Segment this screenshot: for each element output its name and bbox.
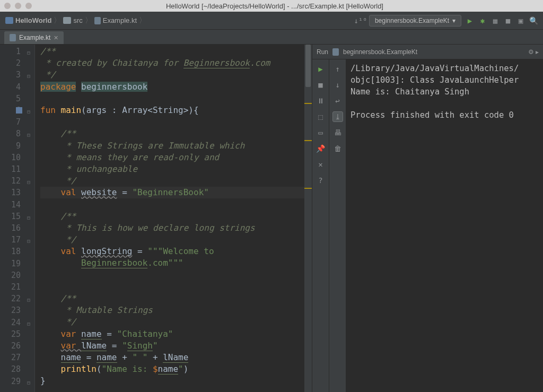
code-line[interactable]: val website = "BeginnersBook" [40, 187, 304, 198]
pin-icon[interactable]: 📌 [316, 143, 326, 154]
close-window-icon[interactable] [4, 3, 11, 9]
fold-icon[interactable]: ⊟ [27, 377, 30, 389]
code-line[interactable] [40, 116, 304, 128]
editor-scrollbar[interactable] [304, 45, 312, 392]
gutter-line[interactable]: 26 [0, 340, 34, 352]
run-button[interactable]: ▶ [466, 16, 474, 25]
code-line[interactable]: */ [40, 69, 304, 81]
code-line[interactable]: */ [40, 316, 304, 328]
code-line[interactable]: } [40, 375, 304, 387]
gutter-line[interactable]: 8⊟ [0, 128, 34, 140]
code-line[interactable]: * unchangeable [40, 163, 304, 175]
gutter-line[interactable]: 2 [0, 57, 34, 69]
gutter-line[interactable]: 18 [0, 246, 34, 257]
chevron-right-icon: 〉 [54, 16, 61, 25]
console-output[interactable]: /Library/Java/JavaVirtualMachines/ objc[… [346, 59, 543, 392]
gutter-line[interactable]: 1⊟ [0, 46, 34, 57]
project-structure-icon[interactable]: ▣ [516, 16, 525, 25]
warning-marker[interactable] [304, 140, 312, 141]
code-line[interactable]: println("Name is: $name") [40, 363, 304, 375]
breadcrumb-src[interactable]: src [63, 16, 82, 24]
debug-button[interactable]: ✱ [478, 16, 487, 25]
gutter-line[interactable]: 10 [0, 152, 34, 163]
code-line[interactable] [40, 281, 304, 293]
gutter-line[interactable]: 11 [0, 163, 34, 175]
warning-marker[interactable] [304, 188, 312, 189]
code-line[interactable] [40, 93, 304, 104]
dump-threads-icon[interactable]: ⬚ [316, 111, 326, 122]
gutter-line[interactable]: 15⊟ [0, 211, 34, 222]
code-line[interactable]: * created by Chaitanya for Beginnersbook… [40, 57, 304, 69]
soft-wrap-icon[interactable]: ↩ [332, 95, 343, 106]
gutter-line[interactable]: 22⊟ [0, 293, 34, 304]
code-line[interactable]: */ [40, 175, 304, 187]
code-line[interactable]: /** [40, 293, 304, 304]
toggle-binary-icon[interactable]: ↓¹⁰ [356, 16, 365, 25]
run-tool-window: Run beginnersbook.ExampleKt ⚙ ▸ ▶ ■ ⏸ ⬚ … [312, 45, 543, 392]
code-line[interactable]: /** [40, 211, 304, 222]
code-line[interactable]: * Mutable Strings [40, 304, 304, 316]
search-icon[interactable]: 🔍 [529, 16, 538, 25]
run-config-dropdown[interactable]: beginnersbook.ExampleKt ▾ [369, 15, 461, 27]
code-line[interactable]: fun main(args : Array<String>){ [40, 104, 304, 116]
code-line[interactable]: var lName = "Singh" [40, 340, 304, 352]
tab-example-kt[interactable]: Example.kt ✕ [4, 31, 64, 44]
gutter-line[interactable]: 13 [0, 187, 34, 198]
gutter-line[interactable]: 24⊟ [0, 317, 34, 328]
code-line[interactable] [40, 198, 304, 210]
scrollbar-thumb[interactable] [305, 45, 311, 87]
layout-icon[interactable]: ▭ [316, 127, 326, 138]
gutter-line[interactable]: 6⊟ [0, 104, 34, 116]
stop-button[interactable]: ■ [504, 16, 512, 25]
print-icon[interactable]: 🖶 [332, 127, 343, 138]
gutter-line[interactable]: 5 [0, 93, 34, 104]
gutter-line[interactable]: 9 [0, 140, 34, 152]
code-line[interactable]: package beginnersbook [40, 81, 304, 93]
gutter-line[interactable]: 29⊟ [0, 376, 34, 387]
code-line[interactable]: /** [40, 128, 304, 140]
minimize-window-icon[interactable] [15, 3, 21, 9]
code-line[interactable]: * means they are read-only and [40, 152, 304, 163]
help-icon[interactable]: ? [316, 175, 326, 186]
gutter[interactable]: 1⊟23⊟456⊟78⊟9101112⊟131415⊟1617⊟18192021… [0, 45, 35, 392]
code-line[interactable] [40, 269, 304, 281]
down-stack-icon[interactable]: ↓ [332, 80, 343, 90]
code-line[interactable]: * This is how we declare long strings [40, 222, 304, 234]
gutter-line[interactable]: 14 [0, 199, 34, 211]
gutter-line[interactable]: 12⊟ [0, 175, 34, 187]
gutter-line[interactable]: 20 [0, 269, 34, 281]
code-line[interactable]: val longString = """Welcome to [40, 246, 304, 257]
gutter-line[interactable]: 3⊟ [0, 69, 34, 81]
code-line[interactable]: name = name + " " + lName [40, 352, 304, 363]
code-line[interactable]: var name = "Chaitanya" [40, 328, 304, 340]
warning-marker[interactable] [304, 103, 312, 104]
code-editor[interactable]: /** * created by Chaitanya for Beginners… [35, 45, 304, 392]
breadcrumb-file[interactable]: Example.kt [94, 16, 137, 24]
pause-button[interactable]: ⏸ [316, 95, 326, 106]
gutter-line[interactable]: 19 [0, 258, 34, 269]
close-tab-icon[interactable]: ✕ [54, 34, 58, 41]
gutter-line[interactable]: 28 [0, 363, 34, 375]
code-line[interactable]: * These Strings are Immutable which [40, 140, 304, 152]
stop-button[interactable]: ■ [316, 80, 326, 90]
gutter-line[interactable]: 21 [0, 281, 34, 293]
gutter-line[interactable]: 25 [0, 328, 34, 340]
zoom-window-icon[interactable] [25, 3, 32, 9]
gear-icon[interactable]: ⚙ ▸ [528, 48, 539, 56]
scroll-to-end-icon[interactable]: ⤓ [332, 111, 343, 122]
code-line[interactable]: Beginnersbook.com""" [40, 257, 304, 269]
gutter-line[interactable]: 7 [0, 116, 34, 128]
gutter-line[interactable]: 4 [0, 81, 34, 93]
clear-all-icon[interactable]: 🗑 [332, 143, 343, 154]
code-line[interactable]: */ [40, 234, 304, 246]
up-stack-icon[interactable]: ↑ [332, 64, 343, 74]
code-line[interactable]: /** [40, 46, 304, 57]
breadcrumb-project[interactable]: HelloWorld [5, 16, 51, 24]
rerun-button[interactable]: ▶ [316, 64, 326, 74]
gutter-line[interactable]: 23 [0, 304, 34, 316]
close-button[interactable]: ✕ [316, 159, 326, 170]
coverage-button[interactable]: ▦ [491, 16, 500, 25]
gutter-line[interactable]: 17⊟ [0, 234, 34, 246]
gutter-line[interactable]: 27 [0, 352, 34, 363]
gutter-line[interactable]: 16 [0, 222, 34, 234]
